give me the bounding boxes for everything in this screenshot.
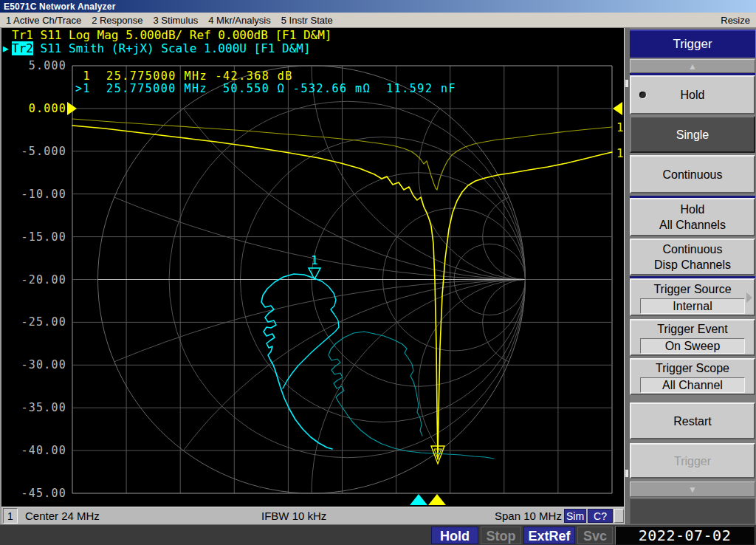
softkey-trigger[interactable]: Trigger <box>630 443 755 479</box>
softkey-label: Trigger Event <box>657 321 727 337</box>
softkey-hold-all-channels[interactable]: HoldAll Channels <box>630 198 755 236</box>
softkey-scroll-down-button[interactable]: ▼ <box>630 481 755 497</box>
submenu-arrow-icon <box>746 292 752 303</box>
softkey-label: Single <box>676 127 709 143</box>
resize-button[interactable]: Resize <box>721 15 750 26</box>
softkey-restart[interactable]: Restart <box>630 402 755 439</box>
softkey-label: Continuous <box>663 167 723 182</box>
y-axis-label: -45.00 <box>1 487 66 499</box>
softkey-trigger-scope[interactable]: Trigger ScopeAll Channel <box>630 358 755 395</box>
selected-radio-icon <box>639 92 646 98</box>
softkey-group-separator <box>630 73 755 75</box>
softkey-menu-title: Trigger <box>630 30 755 58</box>
y-axis-label: 5.000 <box>1 60 66 72</box>
softkey-continuous[interactable]: Continuous <box>630 155 755 193</box>
trace2-info[interactable]: ▶Tr2 S11 Smith (R+jX) Scale 1.000U [F1 D… <box>12 42 311 55</box>
menu-items: 1 Active Ch/Trace2 Response3 Stimulus4 M… <box>6 15 333 26</box>
scroll-tick-icon <box>625 80 628 87</box>
e5071c-window: E5071C Network Analyzer 1 Active Ch/Trac… <box>0 0 756 545</box>
channel-status-bar: 1 Center 24 MHz IFBW 10 kHz Span 10 MHz … <box>1 507 625 524</box>
menu-item-mkr-analysis[interactable]: 4 Mkr/Analysis <box>208 15 271 26</box>
trace1-info[interactable]: Tr1 S11 Log Mag 5.000dB/ Ref 0.000dB [F1… <box>12 29 331 42</box>
softkey-label: Continuous <box>663 241 723 257</box>
svg-text:1: 1 <box>311 253 318 267</box>
softkey-group-separator <box>630 196 755 198</box>
softkey-label: Trigger Source <box>653 281 731 297</box>
active-trace-arrow-icon: ▶ <box>3 42 9 55</box>
status-badge-sim: Sim <box>564 509 586 523</box>
trace2-settings: S11 Smith (R+jX) Scale 1.000U [F1 D&M] <box>33 41 311 55</box>
window-title: E5071C Network Analyzer <box>4 1 116 12</box>
softkey-hold[interactable]: Hold <box>630 75 755 114</box>
softkey-trigger-source[interactable]: Trigger SourceInternal <box>630 278 755 316</box>
system-badge-svc: Svc <box>577 527 613 544</box>
system-badge-hold: Hold <box>431 527 478 544</box>
scroll-down-icon: ▼ <box>688 484 697 495</box>
softkey-label: All Channels <box>659 217 726 233</box>
y-axis-label: -20.00 <box>1 274 66 286</box>
y-axis-label: -35.00 <box>1 402 66 414</box>
instrument-screen: 111 Tr1 S11 Log Mag 5.000dB/ Ref 0.000dB… <box>0 28 624 524</box>
y-axis-label: 0.000 <box>1 103 66 114</box>
clock: 2022-07-02 15:02 <box>615 526 755 545</box>
trace1-label: Tr1 <box>12 28 33 42</box>
trace1-settings: S11 Log Mag 5.000dB/ Ref 0.000dB [F1 D&M… <box>33 28 332 42</box>
system-badge-extref: ExtRef <box>523 527 575 544</box>
main-area: 111 Tr1 S11 Log Mag 5.000dB/ Ref 0.000dB… <box>0 28 756 524</box>
y-axis-label: -25.00 <box>1 316 66 328</box>
softkey-group-separator <box>630 276 755 278</box>
menu-item-instr-state[interactable]: 5 Instr State <box>281 15 333 26</box>
softkey-scroll-up-button[interactable]: ▲ <box>630 59 755 73</box>
y-axis-label: -10.00 <box>1 188 66 200</box>
channel-number-box: 1 <box>3 508 18 524</box>
svg-text:1: 1 <box>616 120 624 134</box>
softkey-label: Hold <box>681 87 705 103</box>
softkey-scroll-strip <box>625 28 630 524</box>
system-badge-stop: Stop <box>481 527 521 544</box>
menu-item-response[interactable]: 2 Response <box>92 15 142 26</box>
svg-text:1: 1 <box>616 146 624 160</box>
titlebar[interactable]: E5071C Network Analyzer <box>0 0 756 13</box>
softkey-trigger-event[interactable]: Trigger EventOn Sweep <box>630 319 755 356</box>
softkey-continuous-disp-channels[interactable]: ContinuousDisp Channels <box>630 239 755 275</box>
y-axis-label: -5.000 <box>1 145 66 157</box>
softkey-value: On Sweep <box>640 338 745 354</box>
center-frequency[interactable]: Center 24 MHz <box>25 510 100 522</box>
softkey-label: Trigger Scope <box>656 360 729 376</box>
span-value[interactable]: Span 10 MHz <box>495 510 562 522</box>
softkey-panel-filler <box>630 498 755 524</box>
softkey-label: Disp Channels <box>654 257 731 272</box>
softkey-single[interactable]: Single <box>630 116 755 153</box>
softkey-label: Restart <box>673 414 712 429</box>
trace2-label: Tr2 <box>12 41 33 55</box>
y-axis-label: -30.00 <box>1 359 66 371</box>
status-badge-c: C? <box>588 509 613 523</box>
scroll-tick-icon <box>625 470 628 477</box>
softkey-label: Hold <box>681 202 705 217</box>
softkey-value: Internal <box>640 298 745 314</box>
softkey-value: All Channel <box>640 377 745 393</box>
system-status-bar: HoldStopExtRefSvc 2022-07-02 15:02 <box>0 524 756 545</box>
y-axis-label: -40.00 <box>1 445 66 456</box>
softkey-panel: Trigger ▲ HoldSingleContinuousHoldAll Ch… <box>624 28 756 524</box>
graph-canvas[interactable]: 111 <box>1 28 625 507</box>
scroll-up-icon: ▲ <box>688 61 697 72</box>
marker-readout-tr1: 1 25.775000 MHz -42.368 dB <box>75 70 293 83</box>
menubar: 1 Active Ch/Trace2 Response3 Stimulus4 M… <box>0 13 756 28</box>
ifbw-value[interactable]: IFBW 10 kHz <box>261 510 326 522</box>
y-axis-label: -15.00 <box>1 231 66 243</box>
menu-item-stimulus[interactable]: 3 Stimulus <box>154 15 199 26</box>
status-empty-box <box>614 509 624 523</box>
menu-item-active-ch-trace[interactable]: 1 Active Ch/Trace <box>6 15 81 26</box>
softkey-label: Trigger <box>674 453 711 469</box>
marker-readout-tr2: >1 25.775000 MHz 50.550 Ω -532.66 mΩ 11.… <box>75 83 456 95</box>
